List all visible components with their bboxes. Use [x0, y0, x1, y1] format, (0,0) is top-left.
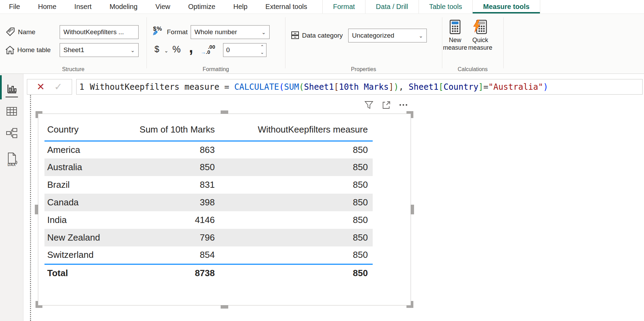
menu-tab-table-tools[interactable]: Table tools — [419, 0, 473, 13]
table-cell[interactable]: America — [44, 141, 120, 158]
column-header[interactable]: WithoutKeepfilters measure — [220, 119, 373, 141]
sidebar-item-data-view[interactable] — [6, 105, 18, 117]
resize-handle-bottom-left[interactable] — [36, 301, 42, 308]
more-options-icon[interactable] — [399, 100, 408, 110]
table-row[interactable]: Canada398850 — [44, 194, 373, 211]
stepper-up-icon[interactable]: ⌃ — [260, 45, 264, 50]
table-cell[interactable]: Brazil — [44, 176, 120, 194]
data-category-label: Data category — [302, 29, 343, 42]
decimal-places-icon[interactable]: .00 →.0 — [201, 44, 217, 55]
pencil-icon: ✎ — [152, 29, 158, 37]
data-category-icon — [290, 30, 300, 40]
new-measure-calculator-icon — [448, 19, 462, 35]
quick-measure-label: Quick measure — [467, 37, 494, 51]
chevron-down-icon: ⌄ — [130, 48, 135, 53]
menu-tab-measure-tools[interactable]: Measure tools — [472, 0, 540, 13]
formula-expression: WithoutKeepfilters measure = CALCULATE(S… — [90, 82, 548, 92]
home-table-select[interactable]: Sheet1 ⌄ — [60, 43, 139, 57]
resize-handle-top-right[interactable] — [406, 111, 413, 118]
table-cell[interactable]: New Zealand — [44, 229, 120, 246]
menu-tab-insert[interactable]: Insert — [66, 0, 101, 13]
sidebar-item-dax-query-view[interactable]: DAX — [6, 152, 18, 167]
stepper-down-icon[interactable]: ⌄ — [260, 50, 264, 56]
data-category-value: Uncategorized — [352, 32, 394, 39]
percent-format-button[interactable]: % — [172, 44, 181, 55]
table-row[interactable]: America863850 — [44, 141, 373, 158]
table-row[interactable]: Australia850850 — [44, 158, 373, 176]
commit-formula-icon[interactable]: ✓ — [54, 82, 62, 92]
resize-handle-top-left[interactable] — [36, 111, 42, 118]
column-header[interactable]: Country — [44, 119, 120, 141]
quick-measure-calculator-icon — [472, 19, 488, 35]
menu-tab-home[interactable]: Home — [29, 0, 65, 13]
table-row[interactable]: Brazil831850 — [44, 176, 373, 194]
menu-tab-data-drill[interactable]: Data / Drill — [365, 0, 418, 13]
sidebar-item-report-view[interactable] — [6, 83, 18, 95]
menu-tabs: FileHomeInsertModelingViewOptimizeHelpEx… — [0, 0, 540, 13]
new-measure-button[interactable]: New measure — [444, 19, 466, 51]
cancel-formula-icon[interactable]: ✕ — [37, 82, 44, 92]
table-total-cell: 850 — [220, 264, 373, 282]
table-total-cell: Total — [44, 264, 120, 282]
table-cell[interactable]: 850 — [220, 211, 373, 229]
table-cell[interactable]: 850 — [220, 229, 373, 246]
sidebar-item-model-view[interactable] — [6, 127, 18, 139]
dax-formula-input[interactable]: 1WithoutKeepfilters measure = CALCULATE(… — [76, 79, 643, 95]
table-cell[interactable]: India — [44, 211, 120, 229]
table-cell[interactable]: 850 — [120, 158, 220, 176]
quick-measure-button[interactable]: Quick measure — [467, 19, 494, 51]
table-cell[interactable]: 850 — [220, 158, 373, 176]
table-cell[interactable]: 863 — [120, 141, 220, 158]
formula-bar-buttons: ✕ ✓ — [27, 79, 72, 95]
table-cell[interactable]: 850 — [220, 176, 373, 194]
table-cell[interactable]: 850 — [220, 246, 373, 264]
menu-tab-modeling[interactable]: Modeling — [101, 0, 147, 13]
resize-handle-middle-right[interactable] — [411, 205, 414, 214]
table-cell[interactable]: Canada — [44, 194, 120, 211]
resize-handle-bottom-center[interactable] — [221, 305, 228, 309]
resize-handle-top-center[interactable] — [221, 110, 228, 114]
format-icon: $%✎ — [153, 26, 165, 38]
group-separator — [147, 17, 147, 68]
table-row[interactable]: New Zealand796850 — [44, 229, 373, 246]
chevron-down-icon: ⌄ — [261, 30, 266, 35]
table-cell[interactable]: 4146 — [120, 211, 220, 229]
thousands-separator-button[interactable]: , — [189, 39, 193, 56]
currency-format-button[interactable]: $ — [154, 44, 159, 54]
column-header[interactable]: Sum of 10th Marks — [120, 119, 220, 141]
decimal-places-stepper[interactable]: 0 ⌃ ⌄ — [223, 43, 266, 57]
group-label-properties: Properties — [285, 66, 442, 72]
table-cell[interactable]: 850 — [220, 194, 373, 211]
table-cell[interactable]: Switzerland — [44, 246, 120, 264]
currency-chevron-icon[interactable]: ⌄ — [164, 48, 169, 53]
format-select[interactable]: Whole number ⌄ — [191, 25, 270, 39]
table-cell[interactable]: 850 — [220, 141, 373, 158]
menu-bar: FileHomeInsertModelingViewOptimizeHelpEx… — [0, 0, 644, 14]
table-visual[interactable]: CountrySum of 10th MarksWithoutKeepfilte… — [38, 114, 411, 305]
menu-tab-file[interactable]: File — [0, 0, 29, 13]
table-row[interactable]: India4146850 — [44, 211, 373, 229]
table-cell[interactable]: Australia — [44, 158, 120, 176]
table-cell[interactable]: 796 — [120, 229, 220, 246]
focus-mode-icon[interactable] — [381, 100, 391, 110]
resize-handle-bottom-right[interactable] — [406, 301, 413, 308]
table-cell[interactable]: 854 — [120, 246, 220, 264]
menu-tab-view[interactable]: View — [147, 0, 179, 13]
measure-name-input[interactable]: WithoutKeepfilters ... — [60, 25, 139, 39]
active-view-indicator — [0, 75, 2, 99]
table-cell[interactable]: 831 — [120, 176, 220, 194]
data-category-select[interactable]: Uncategorized ⌄ — [348, 29, 427, 42]
menu-tab-external-tools[interactable]: External tools — [256, 0, 316, 13]
menu-tab-help[interactable]: Help — [224, 0, 256, 13]
table-total-row[interactable]: Total8738850 — [44, 264, 373, 282]
table-cell[interactable]: 398 — [120, 194, 220, 211]
view-sidebar: DAX — [0, 74, 23, 321]
table-row[interactable]: Switzerland854850 — [44, 246, 373, 264]
table-header-row: CountrySum of 10th MarksWithoutKeepfilte… — [44, 119, 373, 141]
chevron-down-icon: ⌄ — [419, 33, 423, 38]
resize-handle-middle-left[interactable] — [35, 205, 38, 214]
menu-tab-optimize[interactable]: Optimize — [179, 0, 224, 13]
menu-tab-format[interactable]: Format — [322, 0, 365, 13]
filter-icon[interactable] — [364, 100, 374, 110]
new-measure-label: New measure — [443, 37, 467, 51]
